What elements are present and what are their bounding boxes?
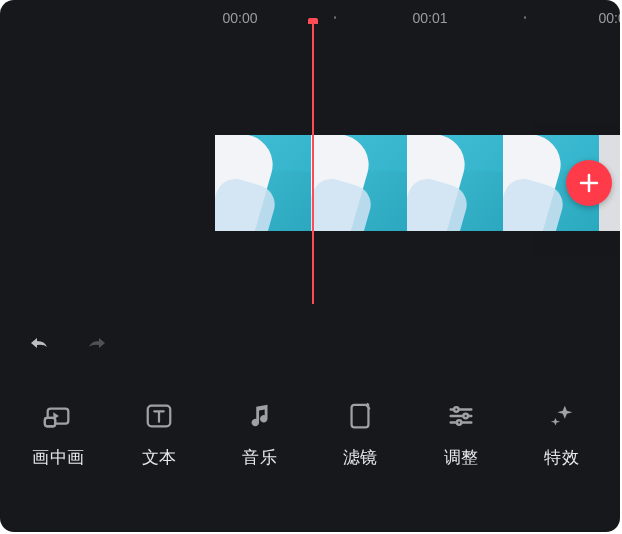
history-bar [24,334,112,362]
ruler-time-1: 00:01 [412,10,447,26]
tool-label: 特效 [544,446,579,469]
tool-label: 音乐 [242,446,277,469]
svg-point-7 [457,420,462,425]
redo-icon [82,334,112,358]
svg-point-5 [454,407,459,412]
toolbar: 画中画 文本 音乐 [0,392,620,504]
ruler-tick [334,16,336,19]
tool-text[interactable]: 文本 [109,392,210,504]
svg-rect-4 [352,405,369,428]
clip-strip[interactable] [215,135,620,231]
ruler-time-2: 00:02 [598,10,620,26]
filter-icon [344,400,376,432]
clip-thumbnail[interactable] [407,135,503,231]
tool-adjust[interactable]: 调整 [411,392,512,504]
undo-button[interactable] [24,334,54,362]
tool-filter[interactable]: 滤镜 [310,392,411,504]
tool-label: 画中画 [32,446,85,469]
tool-pip[interactable]: 画中画 [8,392,109,504]
clip-thumbnail[interactable] [215,135,311,231]
ruler-tick [524,16,526,19]
tool-music[interactable]: 音乐 [209,392,310,504]
ruler-time-0: 00:00 [222,10,257,26]
video-editor: { "timeline": { "labels": [ {"text":"00:… [0,0,620,532]
tool-label: 滤镜 [343,446,378,469]
undo-icon [24,334,54,358]
svg-point-6 [463,414,468,419]
add-clip-button[interactable] [566,160,612,206]
clip-thumbnail[interactable] [311,135,407,231]
plus-icon [577,171,601,195]
pip-icon [42,400,74,432]
tool-label: 调整 [444,446,479,469]
music-icon [244,400,276,432]
tool-label: 文本 [142,446,177,469]
adjust-icon [445,400,477,432]
tool-effects[interactable]: 特效 [511,392,612,504]
effects-icon [546,400,578,432]
playhead[interactable] [312,24,314,304]
text-icon [143,400,175,432]
redo-button[interactable] [82,334,112,362]
